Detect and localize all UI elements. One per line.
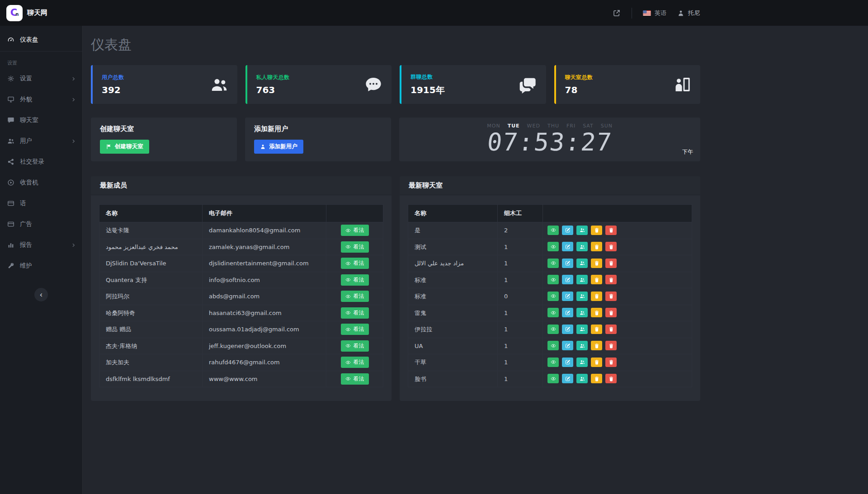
users-group-icon <box>580 227 585 233</box>
room-delete-button[interactable] <box>605 259 617 268</box>
stat-value: 392 <box>102 85 124 95</box>
sidebar-item-label: 设置 <box>20 75 32 83</box>
room-delete-button[interactable] <box>605 226 617 235</box>
room-actions <box>547 308 617 317</box>
room-members-button[interactable] <box>576 226 588 235</box>
view-button-label: 看法 <box>354 292 364 300</box>
sidebar-item-ads[interactable]: 广告 <box>0 214 82 235</box>
room-view-button[interactable] <box>547 308 559 317</box>
create-room-button[interactable]: 创建聊天室 <box>100 140 149 154</box>
sidebar-collapse-button[interactable]: ‹ <box>34 288 48 301</box>
room-members-button[interactable] <box>576 374 588 383</box>
room-view-button[interactable] <box>547 358 559 367</box>
latest-members-title: 最新成员 <box>91 176 392 195</box>
room-row: 伊拉拉 1 <box>408 321 692 338</box>
users-group-icon <box>580 343 585 348</box>
room-members-button[interactable] <box>576 341 588 350</box>
room-row: UA 1 <box>408 338 692 354</box>
room-members-button[interactable] <box>576 308 588 317</box>
room-delete-button[interactable] <box>605 308 617 317</box>
member-view-button[interactable]: 看法 <box>341 324 369 335</box>
language-selector[interactable]: 英语 <box>643 9 666 17</box>
sidebar-item-chatrooms[interactable]: 聊天室 <box>0 110 82 131</box>
page-title: 仪表盘 <box>91 36 700 54</box>
add-user-button[interactable]: 添加新用户 <box>254 140 303 154</box>
sidebar-item-settings[interactable]: 设置 <box>0 68 82 89</box>
room-edit-button[interactable] <box>562 358 573 367</box>
room-view-button[interactable] <box>547 325 559 334</box>
room-view-button[interactable] <box>547 242 559 251</box>
member-view-button[interactable]: 看法 <box>341 357 369 368</box>
room-delete-button[interactable] <box>605 374 617 383</box>
edit-icon <box>565 293 571 299</box>
language-label: 英语 <box>655 9 666 17</box>
room-edit-button[interactable] <box>562 226 573 235</box>
member-view-button[interactable]: 看法 <box>341 225 369 236</box>
user-name: 托尼 <box>688 9 700 17</box>
room-edit-button[interactable] <box>562 341 573 350</box>
room-clear-button[interactable] <box>591 242 602 251</box>
eye-icon <box>345 277 351 282</box>
room-members-button[interactable] <box>576 358 588 367</box>
sidebar-item-language[interactable]: 语 <box>0 193 82 214</box>
trash-icon <box>609 326 614 332</box>
room-members-button[interactable] <box>576 259 588 268</box>
sidebar-item-label: 维护 <box>20 262 32 270</box>
room-edit-button[interactable] <box>562 242 573 251</box>
room-clear-button[interactable] <box>591 308 602 317</box>
room-edit-button[interactable] <box>562 292 573 301</box>
member-view-button[interactable]: 看法 <box>341 291 369 302</box>
room-edit-button[interactable] <box>562 374 573 383</box>
sidebar-item-social-login[interactable]: 社交登录 <box>0 151 82 172</box>
user-menu[interactable]: 托尼 <box>677 9 700 17</box>
room-clear-button[interactable] <box>591 226 602 235</box>
external-link-button[interactable] <box>613 9 621 17</box>
room-clear-button[interactable] <box>591 259 602 268</box>
room-edit-button[interactable] <box>562 308 573 317</box>
room-delete-button[interactable] <box>605 325 617 334</box>
sidebar-item-dashboard[interactable]: 仪表盘 <box>0 29 82 50</box>
room-delete-button[interactable] <box>605 292 617 301</box>
room-view-button[interactable] <box>547 341 559 350</box>
room-members-button[interactable] <box>576 275 588 284</box>
room-edit-button[interactable] <box>562 259 573 268</box>
brand[interactable]: C n 聊天网 <box>0 5 83 21</box>
room-clear-button[interactable] <box>591 275 602 284</box>
member-view-button[interactable]: 看法 <box>341 307 369 319</box>
member-view-button[interactable]: 看法 <box>341 274 369 286</box>
room-clear-button[interactable] <box>591 292 602 301</box>
room-delete-button[interactable] <box>605 275 617 284</box>
sidebar-item-radio[interactable]: 收音机 <box>0 172 82 193</box>
room-edit-button[interactable] <box>562 325 573 334</box>
room-view-button[interactable] <box>547 259 559 268</box>
sidebar-item-reports[interactable]: 报告 <box>0 235 82 255</box>
edit-icon <box>565 343 571 348</box>
room-actions <box>547 242 617 251</box>
eye-icon <box>551 227 556 233</box>
sidebar-item-users[interactable]: 用户 <box>0 131 82 151</box>
sidebar-item-maintenance[interactable]: 维护 <box>0 255 82 276</box>
user-icon <box>677 9 684 17</box>
room-clear-button[interactable] <box>591 341 602 350</box>
sidebar-item-appearance[interactable]: 外貌 <box>0 89 82 110</box>
room-members-button[interactable] <box>576 242 588 251</box>
room-view-button[interactable] <box>547 275 559 284</box>
member-view-button[interactable]: 看法 <box>341 258 369 269</box>
member-view-button[interactable]: 看法 <box>341 241 369 253</box>
room-view-button[interactable] <box>547 374 559 383</box>
room-view-button[interactable] <box>547 226 559 235</box>
room-delete-button[interactable] <box>605 242 617 251</box>
room-clear-button[interactable] <box>591 358 602 367</box>
room-delete-button[interactable] <box>605 341 617 350</box>
trash-icon <box>609 244 614 249</box>
room-members-button[interactable] <box>576 292 588 301</box>
view-button-label: 看法 <box>354 375 364 383</box>
room-delete-button[interactable] <box>605 358 617 367</box>
room-edit-button[interactable] <box>562 275 573 284</box>
room-view-button[interactable] <box>547 292 559 301</box>
room-members-button[interactable] <box>576 325 588 334</box>
member-view-button[interactable]: 看法 <box>341 340 369 352</box>
room-clear-button[interactable] <box>591 325 602 334</box>
member-view-button[interactable]: 看法 <box>341 373 369 385</box>
room-clear-button[interactable] <box>591 374 602 383</box>
